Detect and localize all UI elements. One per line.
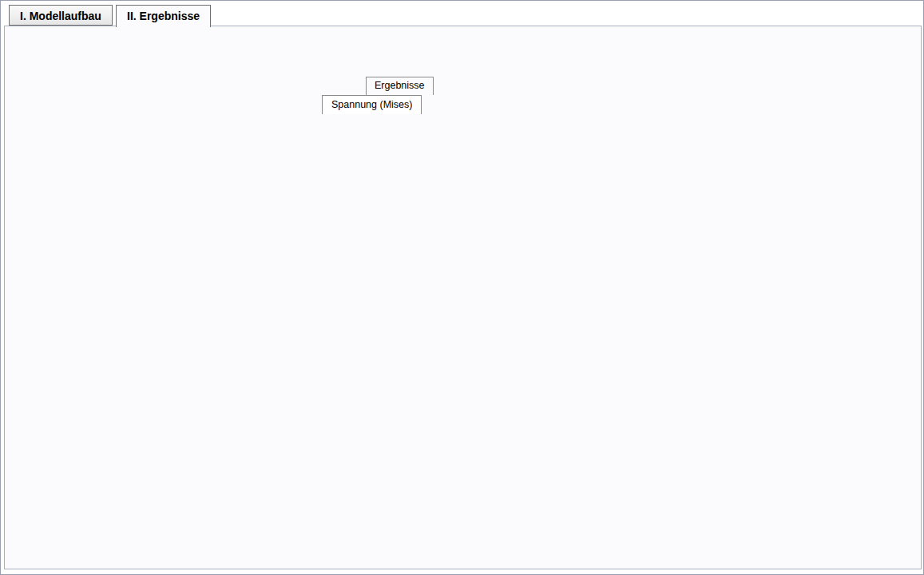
viewer-tab-ergebnisse[interactable]: Ergebnisse [366,77,434,95]
subtab-spannung-mises[interactable]: Spannung (Mises) [322,95,422,114]
tab-modellaufbau[interactable]: I. Modellaufbau [9,5,113,26]
app-window: I. Modellaufbau II. Ergebnisse i Letzte … [0,0,924,575]
tab-ergebnisse[interactable]: II. Ergebnisse [116,5,211,27]
content-card [4,26,922,569]
